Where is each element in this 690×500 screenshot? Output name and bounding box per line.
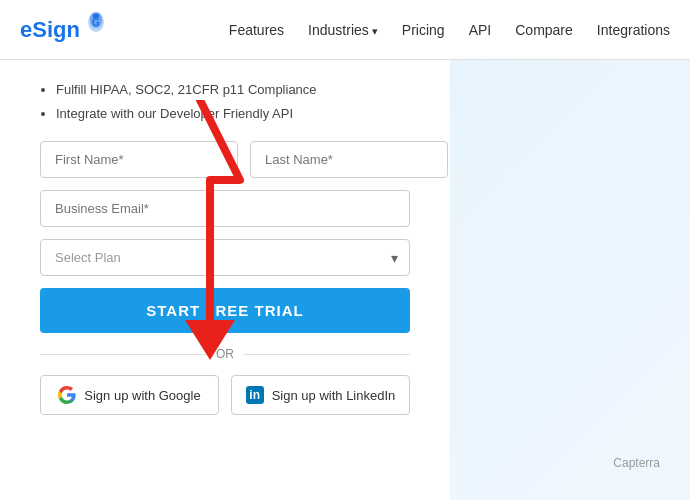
right-panel: Capterra [450,60,690,500]
logo-icon: G [80,12,112,48]
bullet-points: Fulfill HIPAA, SOC2, 21CFR p11 Complianc… [40,80,410,123]
bullet-1: Fulfill HIPAA, SOC2, 21CFR p11 Complianc… [56,80,410,100]
bullet-2: Integrate with our Developer Friendly AP… [56,104,410,124]
or-divider: OR [40,347,410,361]
first-name-input[interactable] [40,141,238,178]
name-row [40,141,410,178]
start-trial-button[interactable]: START FREE TRIAL [40,288,410,333]
main-content: Fulfill HIPAA, SOC2, 21CFR p11 Complianc… [0,60,690,500]
last-name-input[interactable] [250,141,448,178]
divider-line-left [40,354,206,355]
main-nav: Features Industries Pricing API Compare … [152,22,670,38]
header: eSign G Features Industries Pricing API … [0,0,690,60]
google-icon [58,386,76,404]
or-text: OR [206,347,244,361]
left-panel: Fulfill HIPAA, SOC2, 21CFR p11 Complianc… [0,60,450,500]
linkedin-signup-button[interactable]: in Sign up with LinkedIn [231,375,410,415]
logo: eSign G [20,12,112,48]
linkedin-icon: in [246,386,264,404]
social-buttons: Sign up with Google in Sign up with Link… [40,375,410,415]
linkedin-button-label: Sign up with LinkedIn [272,388,396,403]
logo-text: eSign [20,17,80,43]
google-signup-button[interactable]: Sign up with Google [40,375,219,415]
plan-select-wrapper: Select Plan Basic Professional Enterpris… [40,239,410,276]
nav-industries[interactable]: Industries [308,22,378,38]
nav-api[interactable]: API [469,22,492,38]
nav-pricing[interactable]: Pricing [402,22,445,38]
google-button-label: Sign up with Google [84,388,200,403]
svg-text:G: G [92,17,100,28]
right-panel-caption: Capterra [593,436,680,490]
email-input[interactable] [40,190,410,227]
plan-select[interactable]: Select Plan Basic Professional Enterpris… [40,239,410,276]
divider-line-right [244,354,410,355]
nav-integrations[interactable]: Integrations [597,22,670,38]
nav-features[interactable]: Features [229,22,284,38]
nav-compare[interactable]: Compare [515,22,573,38]
